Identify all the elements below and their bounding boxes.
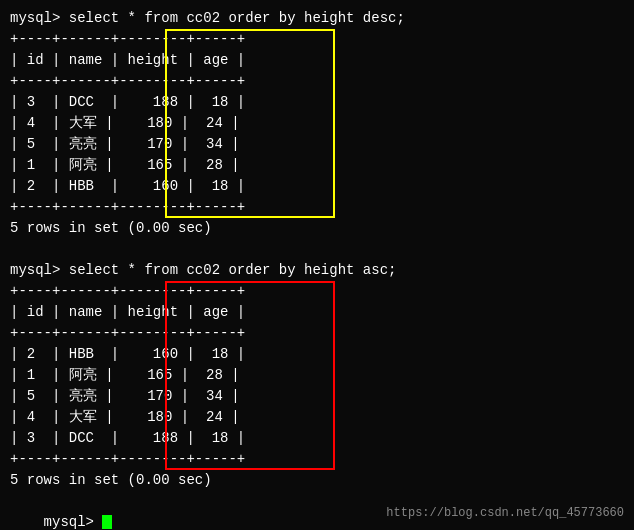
row-desc-1: | 3 | DCC | 188 | 18 | <box>10 92 245 113</box>
row-desc-5: | 2 | HBB | 160 | 18 | <box>10 176 245 197</box>
table1-wrapper: +----+------+--------+-----+ | id | name… <box>10 29 245 218</box>
row-asc-5: | 3 | DCC | 188 | 18 | <box>10 428 245 449</box>
sep5: +----+------+--------+-----+ <box>10 323 245 344</box>
rowcount1: 5 rows in set (0.00 sec) <box>10 218 624 239</box>
cursor <box>102 515 112 529</box>
sep1: +----+------+--------+-----+ <box>10 29 245 50</box>
terminal-window: mysql> select * from cc02 order by heigh… <box>10 8 624 530</box>
row-desc-2: | 4 | 大军 | 180 | 24 | <box>10 113 245 134</box>
sep2: +----+------+--------+-----+ <box>10 71 245 92</box>
row-desc-4: | 1 | 阿亮 | 165 | 28 | <box>10 155 245 176</box>
query2-line: mysql> select * from cc02 order by heigh… <box>10 260 624 281</box>
row-asc-1: | 2 | HBB | 160 | 18 | <box>10 344 245 365</box>
sep3: +----+------+--------+-----+ <box>10 197 245 218</box>
sep4: +----+------+--------+-----+ <box>10 281 245 302</box>
header2: | id | name | height | age | <box>10 302 245 323</box>
sep6: +----+------+--------+-----+ <box>10 449 245 470</box>
row-desc-3: | 5 | 亮亮 | 170 | 34 | <box>10 134 245 155</box>
watermark: https://blog.csdn.net/qq_45773660 <box>386 506 624 520</box>
blank1 <box>10 239 624 260</box>
row-asc-2: | 1 | 阿亮 | 165 | 28 | <box>10 365 245 386</box>
row-asc-3: | 5 | 亮亮 | 170 | 34 | <box>10 386 245 407</box>
rowcount2: 5 rows in set (0.00 sec) <box>10 470 624 491</box>
header1: | id | name | height | age | <box>10 50 245 71</box>
table2-wrapper: +----+------+--------+-----+ | id | name… <box>10 281 245 470</box>
row-asc-4: | 4 | 大军 | 180 | 24 | <box>10 407 245 428</box>
query1-line: mysql> select * from cc02 order by heigh… <box>10 8 624 29</box>
